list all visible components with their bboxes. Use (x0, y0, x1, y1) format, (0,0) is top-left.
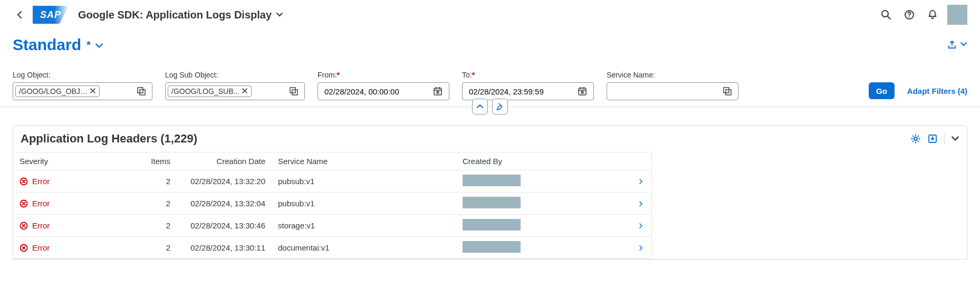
value-help-button[interactable] (286, 87, 301, 95)
log-object-token[interactable]: /GOOG/LOG_OBJE... (15, 85, 100, 97)
col-service-name[interactable]: Service Name (272, 152, 456, 170)
pin-filter-bar-button[interactable] (492, 99, 508, 114)
filter-label: Log Object: (13, 71, 152, 79)
filter-to: To:* (462, 71, 594, 100)
back-button[interactable] (13, 7, 27, 22)
items-cell: 2 (124, 193, 177, 215)
to-datetime-field[interactable] (466, 83, 574, 100)
svg-rect-12 (726, 90, 731, 95)
share-button[interactable] (947, 40, 967, 50)
chevron-left-icon (16, 11, 24, 19)
service-name-field[interactable] (610, 83, 720, 100)
collapse-filter-bar-button[interactable] (472, 99, 488, 114)
table-row[interactable]: Error202/28/2024, 13:32:04pubsub:v1 (13, 193, 651, 215)
row-nav-cell[interactable] (630, 237, 651, 259)
bell-icon (927, 9, 938, 20)
token-text: /GOOG/LOG_SUB... (171, 87, 239, 95)
log-subobject-input[interactable]: /GOOG/LOG_SUB... (165, 82, 305, 100)
datepicker-button[interactable] (430, 87, 446, 96)
user-avatar[interactable] (947, 5, 967, 25)
service-name-input[interactable] (607, 82, 738, 100)
svg-point-2 (909, 17, 910, 18)
col-severity[interactable]: Severity (13, 152, 124, 170)
chevron-right-icon (638, 177, 643, 186)
filter-label: From:* (318, 71, 449, 79)
col-items[interactable]: Items (124, 152, 177, 170)
export-icon (927, 133, 938, 144)
table-settings-button[interactable] (910, 133, 921, 144)
col-nav (630, 152, 651, 170)
search-button[interactable] (876, 4, 897, 25)
service-name-cell: pubsub:v1 (272, 193, 456, 215)
log-subobject-token[interactable]: /GOOG/LOG_SUB... (168, 85, 252, 97)
toolbar-separator (944, 133, 945, 144)
chevron-right-icon (638, 221, 643, 230)
items-cell: 2 (124, 170, 177, 193)
severity-cell: Error (20, 243, 118, 252)
chevron-right-icon (638, 199, 643, 208)
datepicker-button[interactable] (574, 87, 590, 96)
help-icon (904, 9, 915, 20)
variant-title-text: Standard (13, 36, 81, 54)
severity-text: Error (32, 199, 50, 208)
close-icon (90, 88, 96, 94)
service-name-cell: storage:v1 (272, 215, 456, 237)
col-created-by[interactable]: Created By (456, 152, 630, 170)
col-creation-date[interactable]: Creation Date (177, 152, 272, 170)
pin-icon (496, 103, 504, 110)
panel-header: Application Log Headers (1,229) (13, 126, 967, 152)
svg-point-0 (882, 11, 888, 17)
from-datetime-field[interactable] (321, 83, 430, 100)
token-remove-button[interactable] (90, 87, 96, 95)
row-nav-cell[interactable] (630, 193, 651, 215)
value-help-icon (290, 87, 298, 95)
filter-service-name: Service Name: (607, 71, 738, 100)
adapt-filters-link[interactable]: Adapt Filters (4) (907, 87, 967, 95)
chevron-up-icon (476, 103, 484, 110)
created-by-cell (456, 170, 630, 193)
token-remove-button[interactable] (242, 87, 248, 95)
search-icon (881, 9, 891, 20)
go-button[interactable]: Go (869, 82, 895, 99)
severity-text: Error (32, 221, 50, 230)
severity-text: Error (32, 177, 50, 186)
chevron-down-icon (951, 135, 959, 143)
expand-panel-button[interactable] (951, 135, 959, 143)
row-nav-cell[interactable] (630, 215, 651, 237)
value-help-icon (137, 87, 146, 95)
from-datetime-input[interactable] (318, 82, 449, 100)
filter-from: From:* (318, 71, 449, 100)
filter-bar-toggle-row (472, 99, 508, 114)
table-row[interactable]: Error202/28/2024, 13:30:46storage:v1 (13, 215, 651, 237)
to-datetime-input[interactable] (462, 82, 594, 100)
redacted-value (463, 197, 521, 208)
severity-cell: Error (20, 177, 118, 186)
app-title-dropdown[interactable]: Google SDK: Application Logs Display (78, 9, 283, 21)
svg-rect-9 (579, 88, 586, 95)
svg-rect-3 (138, 88, 143, 93)
variant-bar: Standard* (0, 30, 980, 58)
redacted-value (463, 219, 521, 231)
value-help-button[interactable] (134, 87, 149, 95)
error-icon (20, 199, 28, 208)
table-header-row: Severity Items Creation Date Service Nam… (13, 152, 651, 170)
export-button[interactable] (927, 133, 938, 144)
row-nav-cell[interactable] (630, 170, 651, 193)
shell-header: SAP Google SDK: Application Logs Display (0, 0, 980, 30)
sap-logo: SAP (33, 6, 69, 24)
table-row[interactable]: Error202/28/2024, 13:30:11documentai:v1 (13, 237, 651, 259)
share-icon (947, 40, 957, 50)
table-row[interactable]: Error202/28/2024, 13:32:20pubsub:v1 (13, 170, 651, 193)
notifications-button[interactable] (922, 4, 943, 25)
created-by-cell (456, 215, 630, 237)
value-help-button[interactable] (720, 87, 735, 95)
creation-date-cell: 02/28/2024, 13:30:11 (177, 237, 272, 259)
filter-label: Log Sub Object: (165, 71, 305, 79)
creation-date-cell: 02/28/2024, 13:32:04 (177, 193, 272, 215)
variant-selector[interactable]: Standard* (13, 36, 103, 54)
filter-actions: Go Adapt Filters (4) (869, 82, 967, 100)
help-button[interactable] (899, 4, 920, 25)
calendar-icon (578, 87, 587, 96)
redacted-value (463, 241, 521, 253)
log-object-input[interactable]: /GOOG/LOG_OBJE... (13, 82, 152, 100)
